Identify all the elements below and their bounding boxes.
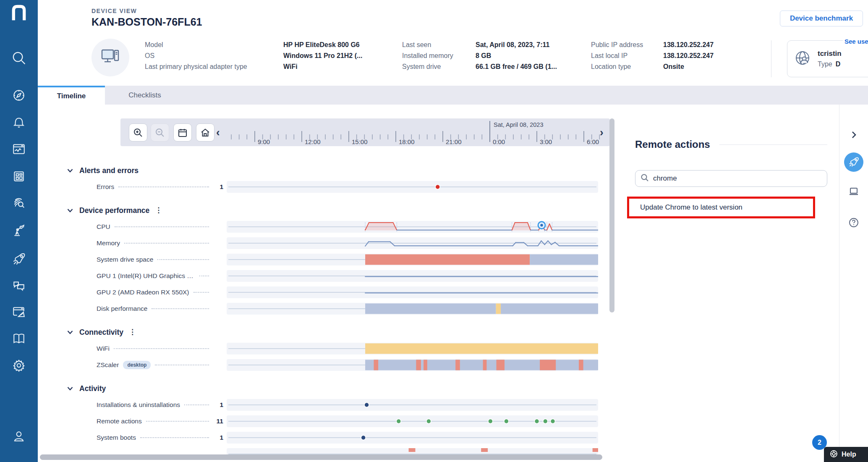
calendar-button[interactable] xyxy=(173,123,192,142)
scroll-left-chevron-icon[interactable]: ‹ xyxy=(216,127,220,138)
sidebar-item-fingerprint-search-icon[interactable] xyxy=(10,194,28,212)
vertical-scrollbar[interactable] xyxy=(609,118,614,312)
help-circle-icon[interactable] xyxy=(848,217,859,228)
info-value: 8 GB xyxy=(476,52,491,60)
row-label: GPU 1 (Intel(R) UHD Graphics 6... xyxy=(97,272,195,280)
device-info-row: OSWindows 11 Pro 21H2 (... xyxy=(145,50,362,61)
timeline-track[interactable] xyxy=(227,286,598,298)
user-card[interactable]: tcristin TypeD xyxy=(787,40,868,77)
tab-timeline-label: Timeline xyxy=(57,92,86,100)
home-button[interactable] xyxy=(196,123,214,142)
sidebar-item-chat-bubbles-icon[interactable] xyxy=(10,276,28,295)
kebab-menu-icon[interactable]: ⋮ xyxy=(129,330,135,334)
laptop-icon[interactable] xyxy=(848,186,859,197)
timeline-row-gpu-2-amd-radeon-rx-550x-: GPU 2 (AMD Radeon RX 550X) xyxy=(97,286,609,298)
chevron-down-icon[interactable] xyxy=(66,167,74,174)
device-info-row: ModelHP HP EliteDesk 800 G6 xyxy=(145,39,362,50)
kebab-menu-icon[interactable]: ⋮ xyxy=(155,208,161,212)
row-label: Remote actions xyxy=(97,417,142,425)
help-button[interactable]: Help xyxy=(824,447,868,462)
scroll-right-chevron-icon[interactable]: › xyxy=(600,127,604,138)
dotted-leader xyxy=(155,365,209,365)
sidebar-item-robot-arm-icon[interactable] xyxy=(10,221,28,239)
row-label: ZScaler xyxy=(97,361,119,369)
sidebar-item-dashboard-chart-icon[interactable] xyxy=(10,140,28,158)
row-meta: GPU 2 (AMD Radeon RX 550X) xyxy=(97,289,227,296)
sidebar-item-person-icon[interactable] xyxy=(10,427,28,446)
device-info-column-2: Last seenSat, April 08, 2023, 7:11Instal… xyxy=(402,39,557,72)
timeline-track[interactable] xyxy=(227,415,598,427)
timeline-ruler: 9:0012:0015:0018:0021:000:00Sat, April 0… xyxy=(225,118,603,146)
timeline-track[interactable] xyxy=(227,254,598,265)
ruler-tick-label: 3:00 xyxy=(540,138,552,145)
row-meta: CPU xyxy=(97,223,227,231)
lifebuoy-icon xyxy=(830,450,838,459)
tab-timeline[interactable]: Timeline xyxy=(38,86,105,105)
see-users-link[interactable]: See users (1) xyxy=(843,38,868,45)
section-title: Alerts and errors xyxy=(79,166,139,175)
zoom-in-button[interactable] xyxy=(129,123,147,142)
timeline-track[interactable] xyxy=(227,399,598,411)
timeline-track[interactable] xyxy=(227,343,598,354)
sidebar-item-search-icon[interactable] xyxy=(10,49,28,67)
ruler-tick-label: 9:00 xyxy=(258,138,270,145)
section-title: Activity xyxy=(79,384,106,393)
title-rule xyxy=(719,144,827,145)
chevron-down-icon[interactable] xyxy=(66,328,74,336)
row-label: System drive space xyxy=(97,256,153,263)
sidebar-item-compass-icon[interactable] xyxy=(10,86,28,105)
section-header-activity: Activity xyxy=(66,383,609,394)
row-label: WiFi xyxy=(97,345,110,352)
timeline-track[interactable] xyxy=(227,303,598,315)
timeline-row-errors: Errors1 xyxy=(97,181,609,193)
chevron-down-icon[interactable] xyxy=(66,385,74,392)
sidebar-item-apps-grid-icon[interactable] xyxy=(10,167,28,186)
chevron-down-icon[interactable] xyxy=(66,207,74,214)
ruler-tick-label: 0:00 xyxy=(493,138,505,145)
device-benchmark-button[interactable]: Device benchmark xyxy=(780,10,863,26)
globe-user-icon xyxy=(793,49,812,69)
row-label: GPU 2 (AMD Radeon RX 550X) xyxy=(97,289,189,296)
dotted-leader xyxy=(193,292,209,293)
collapse-panel-chevron-icon[interactable] xyxy=(850,131,858,139)
info-label: System drive xyxy=(402,63,476,71)
timeline-track[interactable] xyxy=(227,432,598,444)
nexthink-logo-icon[interactable] xyxy=(10,3,28,22)
section-header-device-performance: Device performance⋮ xyxy=(66,205,609,216)
user-name: tcristin xyxy=(818,50,842,58)
row-label: Memory xyxy=(97,239,120,247)
timeline-track[interactable] xyxy=(227,181,598,193)
timeline-row-installations-uninstallations: Installations & uninstallations1 xyxy=(97,399,609,411)
sidebar-item-bell-icon[interactable] xyxy=(10,113,28,131)
tab-checklists[interactable]: Checklists xyxy=(105,86,185,105)
remote-actions-panel: Remote actions Update Chrome to latest v… xyxy=(616,105,839,462)
sidebar-item-book-icon[interactable] xyxy=(10,329,28,348)
user-type-row: TypeD xyxy=(818,60,842,68)
row-label: CPU xyxy=(97,223,110,231)
timeline-track[interactable] xyxy=(227,221,598,233)
timeline-track[interactable] xyxy=(227,359,598,371)
remote-actions-search[interactable] xyxy=(635,170,827,187)
horizontal-scrollbar[interactable] xyxy=(40,454,602,460)
sidebar-item-rocket-icon[interactable] xyxy=(10,250,28,268)
info-value: Windows 11 Pro 21H2 (... xyxy=(283,52,362,60)
row-meta: GPU 1 (Intel(R) UHD Graphics 6... xyxy=(97,272,227,280)
zoom-out-button[interactable] xyxy=(151,123,169,142)
device-info-row: System drive66.1 GB free / 469 GB (1... xyxy=(402,61,557,72)
dotted-leader xyxy=(124,243,209,244)
timeline-track[interactable] xyxy=(227,270,598,282)
rocket-icon[interactable] xyxy=(844,152,863,172)
sidebar-item-gear-icon[interactable] xyxy=(10,356,28,375)
timeline-body: Alerts and errorsErrors1Device performan… xyxy=(38,146,609,462)
tab-strip: Timeline Checklists xyxy=(38,86,868,105)
timeline-track[interactable] xyxy=(227,237,598,249)
info-label: Last local IP xyxy=(591,52,663,60)
device-info-row: Last seenSat, April 08, 2023, 7:11 xyxy=(402,39,557,50)
sidebar-item-window-edit-icon[interactable] xyxy=(10,303,28,321)
info-value: Onsite xyxy=(663,63,684,71)
search-input[interactable] xyxy=(653,174,822,183)
user-type-value: D xyxy=(836,60,841,68)
remote-action-result[interactable]: Update Chrome to latest version xyxy=(629,199,813,216)
ruler-date-label: Sat, April 08, 2023 xyxy=(494,121,544,128)
timeline-row-wifi: WiFi xyxy=(97,343,609,354)
